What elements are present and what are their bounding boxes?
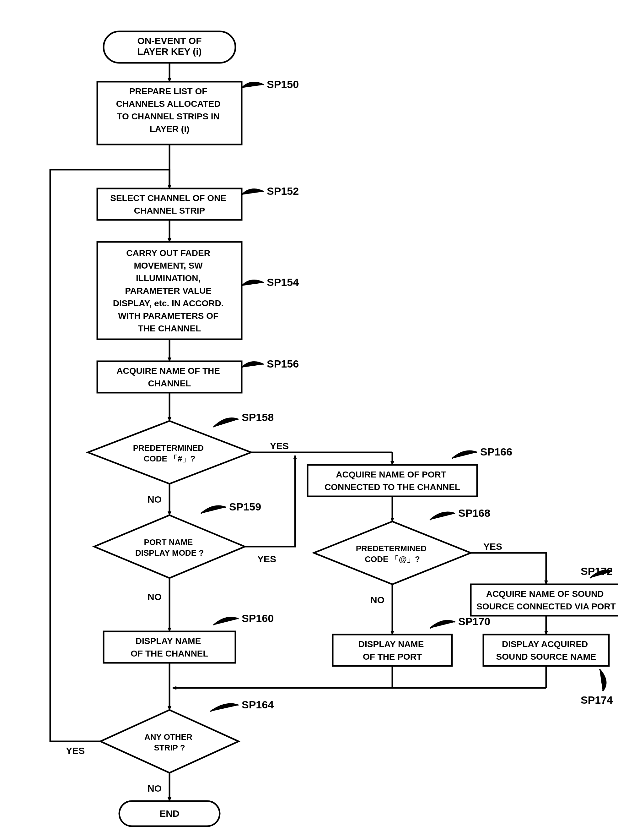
node-sp172: ACQUIRE NAME OF SOUND SOURCE CONNECTED V…: [471, 565, 618, 616]
node-sp168: PREDETERMINED CODE 「@」? SP168: [314, 507, 490, 584]
node-end: END: [119, 801, 220, 826]
node-sp154: CARRY OUT FADER MOVEMENT, SW ILLUMINATIO…: [97, 242, 299, 339]
flowchart: .shape { fill: white; stroke: black; str…: [13, 13, 618, 840]
svg-text:SP172: SP172: [581, 565, 613, 577]
node-sp158: PREDETERMINED CODE 「#」? SP158: [88, 411, 274, 484]
svg-text:YES: YES: [257, 554, 276, 564]
svg-text:SP154: SP154: [267, 276, 299, 288]
svg-text:SP159: SP159: [229, 501, 261, 513]
node-sp156: ACQUIRE NAME OF THE CHANNEL SP156: [97, 358, 299, 393]
node-sp164: ANY OTHER STRIP ? SP164: [100, 699, 274, 773]
svg-text:SP168: SP168: [458, 507, 490, 519]
node-sp170: DISPLAY NAME OF THE PORT SP170: [333, 615, 490, 666]
svg-text:NO: NO: [147, 494, 162, 505]
svg-text:SP170: SP170: [458, 615, 490, 627]
svg-text:SP156: SP156: [267, 358, 299, 370]
node-sp174: DISPLAY ACQUIRED SOUND SOURCE NAME SP174: [483, 634, 613, 706]
node-sp150: PREPARE LIST OF CHANNELS ALLOCATED TO CH…: [97, 78, 299, 144]
svg-text:SP174: SP174: [581, 694, 613, 706]
node-sp159: PORT NAME DISPLAY MODE ? SP159: [94, 501, 261, 578]
svg-text:YES: YES: [66, 745, 85, 756]
svg-text:SP158: SP158: [242, 411, 274, 423]
svg-text:END: END: [159, 808, 179, 819]
node-sp152: SELECT CHANNEL OF ONE CHANNEL STRIP SP15…: [97, 185, 299, 220]
svg-text:SP166: SP166: [480, 446, 512, 458]
node-start: ON-EVENT OFLAYER KEY (i): [104, 31, 235, 63]
node-sp160: DISPLAY NAME OF THE CHANNEL SP160: [104, 612, 274, 663]
svg-text:NO: NO: [147, 783, 162, 794]
svg-text:NO: NO: [147, 591, 162, 602]
svg-text:SP152: SP152: [267, 185, 299, 197]
svg-text:SP160: SP160: [242, 612, 274, 624]
svg-text:NO: NO: [370, 595, 385, 605]
node-sp166: ACQUIRE NAME OF PORT CONNECTED TO THE CH…: [308, 446, 512, 496]
svg-text:YES: YES: [483, 541, 502, 552]
svg-text:ON-EVENT OFLAYER KEY (i): ON-EVENT OFLAYER KEY (i): [137, 36, 202, 57]
svg-text:SP164: SP164: [242, 699, 274, 710]
svg-text:YES: YES: [270, 441, 289, 451]
svg-text:SP150: SP150: [267, 78, 299, 90]
